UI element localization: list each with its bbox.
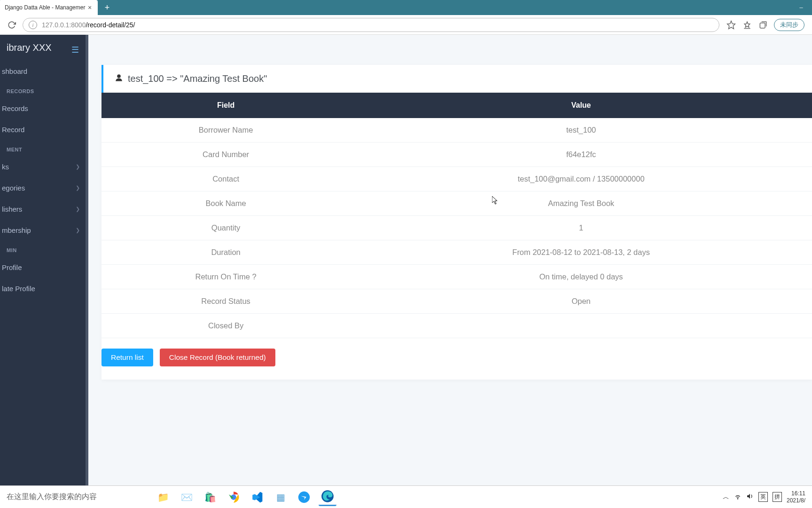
sidebar-item-books[interactable]: ks❯ [0, 156, 88, 177]
table-row: Card Numberf64e12fc [102, 143, 812, 167]
svg-point-9 [737, 499, 738, 499]
browser-titlebar: Django Datta Able - Managemer × + ─ [0, 0, 812, 15]
dingtalk-icon[interactable] [295, 488, 313, 506]
card-title: test_100 => "Amazing Test Book" [128, 73, 267, 84]
url-host: 127.0.0.1 [42, 21, 69, 29]
table-row: Book NameAmazing Test Book [102, 191, 812, 216]
taskbar-search[interactable]: 在这里输入你要搜索的内容 [0, 486, 150, 508]
ime-lang[interactable]: 英 [758, 492, 768, 502]
url-path: /record-detail/25/ [86, 21, 135, 29]
window-controls: ─ [790, 0, 812, 15]
sidebar-header-admin: MIN [0, 241, 88, 257]
clock-date: 2021/8/ [787, 497, 805, 504]
sidebar: ibrary XXX ☰ shboard RECORDS Records Rec… [0, 35, 88, 485]
sidebar-item-dashboard[interactable]: shboard [0, 61, 88, 82]
svg-marker-0 [727, 21, 735, 29]
brand-text: ibrary XXX [7, 42, 52, 53]
table-body: Borrower Nametest_100 Card Numberf64e12f… [102, 118, 812, 338]
app-content: ibrary XXX ☰ shboard RECORDS Records Rec… [0, 35, 812, 485]
sidebar-header-management: MENT [0, 140, 88, 156]
chrome-icon[interactable] [225, 488, 242, 506]
new-tab-button[interactable]: + [101, 1, 114, 14]
chevron-right-icon: ❯ [76, 185, 80, 191]
chevron-right-icon: ❯ [76, 206, 80, 212]
mail-icon[interactable]: ✉️ [178, 488, 195, 506]
info-icon[interactable]: i [29, 21, 37, 29]
table-row: Return On Time ?On time, delayed 0 days [102, 265, 812, 289]
url-port: :8000 [69, 21, 86, 29]
reload-icon [8, 21, 16, 29]
table-head-value: Value [350, 93, 812, 118]
record-card: test_100 => "Amazing Test Book" Field Va… [102, 65, 812, 380]
sidebar-item-profile[interactable]: Profile [0, 257, 88, 278]
sidebar-item-publishers[interactable]: lishers❯ [0, 198, 88, 220]
edge-icon[interactable] [319, 488, 336, 506]
menu-toggle-icon[interactable]: ☰ [71, 45, 82, 51]
taskbar-apps: 📁 ✉️ 🛍️ ▦ [154, 488, 336, 506]
system-tray: ︿ 英 拼 16:11 2021/8/ [723, 490, 812, 504]
return-list-button[interactable]: Return list [102, 349, 153, 366]
chevron-right-icon: ❯ [76, 227, 80, 233]
tab-title: Django Datta Able - Managemer [5, 4, 86, 11]
table-row: Quantity1 [102, 216, 812, 240]
svg-marker-1 [744, 22, 750, 27]
table-row: Record StatusOpen [102, 289, 812, 314]
star-icon[interactable] [726, 20, 736, 30]
collections-icon[interactable] [758, 20, 768, 30]
sidebar-item-record[interactable]: Record [0, 119, 88, 140]
svg-rect-3 [760, 23, 765, 28]
sync-button[interactable]: 未同步 [774, 19, 804, 31]
app-icon[interactable]: ▦ [272, 488, 289, 506]
sidebar-header-records: RECORDS [0, 82, 88, 98]
clock-time: 16:11 [787, 490, 805, 497]
wifi-icon[interactable] [734, 492, 742, 501]
sidebar-item-update-profile[interactable]: late Profile [0, 278, 88, 299]
store-icon[interactable]: 🛍️ [201, 488, 219, 506]
table-row: DurationFrom 2021-08-12 to 2021-08-13, 2… [102, 240, 812, 265]
ime-mode[interactable]: 拼 [773, 492, 782, 502]
close-record-button[interactable]: Close Record (Book returned) [160, 349, 275, 366]
tray-chevron-icon[interactable]: ︿ [723, 493, 729, 501]
vscode-icon[interactable] [248, 488, 266, 506]
browser-tab[interactable]: Django Datta Able - Managemer × [0, 0, 98, 15]
close-icon[interactable]: × [86, 4, 93, 11]
brand: ibrary XXX ☰ [0, 35, 88, 61]
table-row: Closed By [102, 314, 812, 338]
file-explorer-icon[interactable]: 📁 [154, 488, 172, 506]
sidebar-item-membership[interactable]: mbership❯ [0, 220, 88, 241]
sidebar-item-categories[interactable]: egories❯ [0, 177, 88, 198]
table-row: Contacttest_100@gmail.com / 13500000000 [102, 167, 812, 191]
window-minimize-button[interactable]: ─ [790, 0, 812, 15]
sidebar-scrollbar[interactable] [86, 35, 88, 485]
record-table: Field Value Borrower Nametest_100 Card N… [102, 93, 812, 338]
table-head-field: Field [102, 93, 350, 118]
taskbar: 在这里输入你要搜索的内容 📁 ✉️ 🛍️ ▦ ︿ 英 拼 16:11 2021/… [0, 485, 812, 508]
actions-row: Return list Close Record (Book returned) [102, 338, 812, 366]
main-content: test_100 => "Amazing Test Book" Field Va… [88, 35, 812, 485]
sidebar-item-records[interactable]: Records [0, 98, 88, 119]
reload-button[interactable] [4, 17, 20, 33]
table-row: Borrower Nametest_100 [102, 118, 812, 143]
url-bar[interactable]: i 127.0.0.1:8000/record-detail/25/ [23, 18, 719, 32]
browser-toolbar: i 127.0.0.1:8000/record-detail/25/ 未同步 [0, 15, 812, 35]
chevron-right-icon: ❯ [76, 164, 80, 170]
person-icon [115, 73, 123, 84]
svg-point-4 [117, 74, 121, 78]
favorites-icon[interactable] [742, 20, 752, 30]
card-header: test_100 => "Amazing Test Book" [102, 65, 812, 93]
clock[interactable]: 16:11 2021/8/ [787, 490, 805, 504]
sound-icon[interactable] [746, 492, 754, 501]
